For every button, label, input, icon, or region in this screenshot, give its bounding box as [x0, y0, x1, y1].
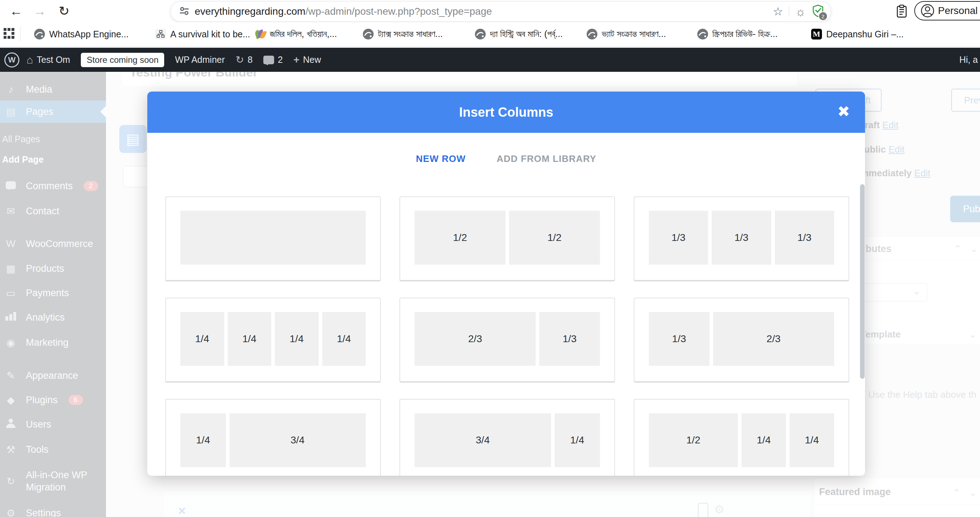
column-block: 1/2 [509, 211, 600, 265]
new-content-link[interactable]: + New [293, 54, 321, 66]
row-layout-option-5[interactable]: 1/32/3 [634, 298, 849, 383]
bookmark-label: Deepanshu Giri –... [826, 29, 904, 40]
site-settings-tune-icon[interactable] [179, 5, 190, 17]
bookmark-item[interactable]: দ্যা হিস্ট্রি অব মানি: (পর্ব্... [475, 27, 563, 42]
insert-columns-modal: Insert Columns ✖ NEW ROW ADD FROM LIBRAR… [147, 92, 865, 476]
tab-add-from-library[interactable]: ADD FROM LIBRARY [496, 153, 597, 165]
bookmark-label: ট্যাক্স সংক্রান্ত সাধারণ... [378, 29, 442, 40]
modal-header: Insert Columns ✖ [147, 92, 865, 133]
column-block: 2/3 [415, 312, 536, 366]
bookmark-item[interactable]: A survival kit to be... [155, 27, 250, 42]
leaf-favicon [255, 29, 266, 40]
updates-icon: ↻ [235, 54, 244, 66]
column-layout-grid: 1/21/21/31/31/31/41/41/41/42/31/31/32/31… [165, 197, 849, 476]
reload-icon[interactable]: ↻ [56, 3, 72, 19]
bookmark-item[interactable]: WhatsApp Engine... [34, 27, 129, 42]
medium-favicon: M [811, 29, 822, 40]
bookmark-item[interactable]: MDeepanshu Giri –... [811, 27, 904, 42]
row-layout-option-8[interactable]: 1/21/41/4 [634, 399, 849, 476]
column-block [180, 211, 366, 265]
column-block: 3/4 [415, 413, 551, 467]
tab-new-row[interactable]: NEW ROW [416, 153, 466, 165]
globe-favicon [475, 29, 486, 40]
browser-profile-chip[interactable]: Personal [914, 1, 980, 21]
row-layout-option-6[interactable]: 1/43/4 [165, 399, 381, 476]
url-text: everythingregarding.com/wp-admin/post-ne… [195, 6, 492, 17]
forward-icon[interactable]: → [32, 3, 48, 19]
globe-favicon [587, 29, 597, 40]
shield-extension-icon[interactable]: 2 [812, 4, 824, 19]
bookmark-item[interactable]: ভ্যাট সংক্রান্ত সাধারণ... [587, 27, 666, 42]
bookmark-star-icon[interactable]: ☆ [773, 5, 783, 18]
bookmark-label: স্ক্রিপচার রিভিউ- হিক্র... [713, 29, 778, 40]
column-block: 2/3 [713, 312, 834, 366]
row-layout-option-7[interactable]: 3/41/4 [399, 399, 615, 476]
adminbar-site-link[interactable]: ⌂ Test Om [27, 54, 70, 66]
column-block: 1/2 [649, 413, 738, 467]
column-block: 1/4 [275, 312, 319, 366]
back-icon[interactable]: ← [8, 3, 24, 19]
apps-grid-icon[interactable] [3, 27, 15, 41]
sitemap-favicon [155, 29, 166, 40]
clipboard-extension-icon[interactable] [894, 4, 908, 20]
column-block: 1/3 [539, 312, 600, 366]
column-block: 1/4 [322, 312, 366, 366]
avatar [921, 4, 934, 17]
bookmark-label: WhatsApp Engine... [49, 29, 129, 40]
bookmark-item[interactable]: জমির দলিল, খতিয়ান,... [255, 27, 337, 42]
column-block: 1/3 [712, 211, 771, 265]
close-icon[interactable]: ✖ [837, 103, 850, 120]
adminbar-greeting[interactable]: Hi, a [959, 48, 980, 72]
row-layout-option-4[interactable]: 2/31/3 [399, 298, 615, 383]
globe-favicon [363, 29, 374, 40]
shield-badge: 2 [818, 11, 828, 21]
modal-title: Insert Columns [459, 105, 553, 120]
modal-scrollbar-thumb[interactable] [860, 184, 865, 379]
wp-adminer-link[interactable]: WP Adminer [175, 55, 224, 65]
column-block: 1/4 [180, 312, 224, 366]
bookmark-item[interactable]: ট্যাক্স সংক্রান্ত সাধারণ... [363, 27, 442, 42]
brightness-icon[interactable]: ☼ [795, 5, 806, 19]
column-block: 1/4 [790, 413, 834, 467]
browser-toolbar: ← → ↻ everythingregarding.com/wp-admin/p… [0, 0, 980, 22]
bookmark-label: জমির দলিল, খতিয়ান,... [270, 29, 337, 40]
divider [789, 6, 789, 16]
bookmark-label: দ্যা হিস্ট্রি অব মানি: (পর্ব্... [490, 29, 563, 40]
column-block: 1/3 [649, 211, 708, 265]
bookmark-item[interactable]: স্ক্রিপচার রিভিউ- হিক্র... [697, 27, 778, 42]
address-bar[interactable]: everythingregarding.com/wp-admin/post-ne… [171, 2, 831, 22]
bookmark-label: ভ্যাট সংক্রান্ত সাধারণ... [602, 29, 666, 40]
row-layout-option-3[interactable]: 1/41/41/41/4 [165, 298, 381, 383]
column-block: 1/3 [775, 211, 834, 265]
plus-icon: + [293, 54, 299, 66]
column-block: 1/2 [415, 211, 506, 265]
column-block: 1/4 [228, 312, 272, 366]
bookmarks-bar: WhatsApp Engine...A survival kit to be..… [0, 22, 980, 48]
comment-bubble-icon [263, 56, 274, 64]
bookmark-label: A survival kit to be... [170, 29, 250, 40]
globe-favicon [34, 29, 45, 40]
modal-tabs: NEW ROW ADD FROM LIBRARY [147, 153, 865, 165]
column-block: 1/3 [649, 312, 710, 366]
column-block: 1/4 [180, 413, 226, 467]
column-block: 1/4 [555, 413, 600, 467]
globe-favicon [697, 29, 708, 40]
wp-admin-bar: W ⌂ Test Om Store coming soon WP Adminer… [0, 48, 980, 72]
comments-link[interactable]: 2 [263, 55, 283, 65]
row-layout-option-0[interactable] [165, 197, 381, 281]
column-block: 1/4 [741, 413, 786, 467]
row-layout-option-2[interactable]: 1/31/31/3 [634, 197, 849, 281]
divider [20, 27, 21, 41]
wordpress-logo-icon[interactable]: W [4, 52, 19, 68]
home-icon: ⌂ [27, 54, 33, 66]
profile-name: Personal [938, 5, 978, 16]
updates-link[interactable]: ↻ 8 [235, 54, 253, 66]
coming-soon-chip[interactable]: Store coming soon [81, 53, 164, 67]
column-block: 3/4 [229, 413, 366, 467]
row-layout-option-1[interactable]: 1/21/2 [399, 197, 615, 281]
